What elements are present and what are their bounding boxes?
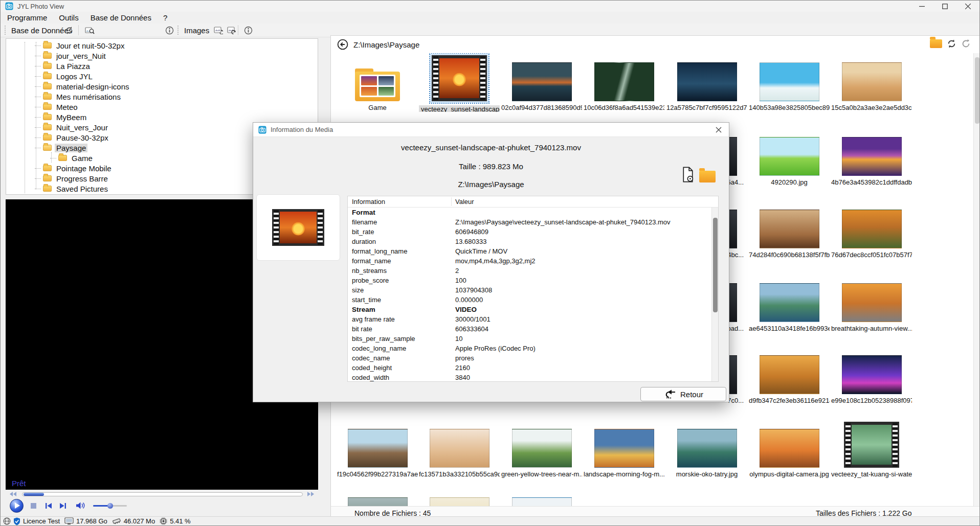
menu-item[interactable]: Programme — [2, 12, 52, 23]
thumbnail-item[interactable]: 4b76e3a453982c1ddffdadb... — [831, 128, 912, 187]
thumbnail-item[interactable]: f19c04562f99b227319a7aef7... — [337, 420, 418, 478]
tree-item[interactable]: MyBeem — [6, 112, 318, 122]
database-refresh-button[interactable] — [63, 24, 75, 37]
close-button[interactable] — [956, 1, 979, 12]
maximize-button[interactable] — [933, 1, 956, 12]
app-icon — [5, 2, 13, 10]
filmstrip-rail — [845, 423, 851, 467]
forward-icon[interactable] — [307, 492, 314, 496]
folder-icon — [43, 114, 52, 120]
tree-item[interactable]: Meteo — [6, 102, 318, 112]
info-table-row: start_time0.000000 — [348, 295, 718, 305]
seek-thumb[interactable] — [24, 493, 44, 496]
info-value: VIDEO — [451, 306, 477, 313]
play-button[interactable] — [10, 499, 24, 513]
thumbnail-item[interactable]: green-yellow-trees-near-m... — [501, 420, 583, 478]
folder-icon — [43, 186, 52, 192]
image-reload-button[interactable] — [212, 24, 225, 37]
photo-thumbnail — [760, 429, 819, 468]
thumbnail-item[interactable]: 4920290.jpg — [748, 128, 830, 187]
thumbnail-item[interactable]: breathtaking-autumn-view... — [831, 275, 912, 333]
browser-scrollbar[interactable] — [973, 53, 980, 506]
open-folder-icon[interactable] — [930, 39, 942, 48]
info-value: 606946809 — [451, 228, 488, 236]
rewind-icon[interactable] — [10, 492, 17, 496]
next-frame-button[interactable] — [59, 502, 67, 509]
thumbnail-item[interactable]: e99e108c12b05238988f097e... — [831, 347, 912, 405]
thumbnail-label: f19c04562f99b227319a7aef7... — [337, 470, 418, 478]
tree-connector — [35, 66, 41, 66]
filmstrip-rail — [480, 56, 485, 100]
browser-scrollbar-thumb[interactable] — [975, 57, 979, 124]
info-table-row: bits_per_raw_sample10 — [348, 334, 718, 344]
image-search-button[interactable] — [83, 24, 96, 37]
thumbnail-item[interactable]: ae6453110a3418fe16b993ef... — [748, 275, 830, 333]
thumbnail-item[interactable]: 15c5a0b2a3ae3e2ae5dd3c1... — [831, 54, 912, 112]
volume-fill — [93, 505, 108, 507]
volume-slider[interactable] — [93, 505, 127, 507]
tree-item[interactable]: Mes numérisations — [6, 92, 318, 102]
tree-item[interactable]: La Piazza — [6, 61, 318, 71]
volume-icon[interactable] — [75, 501, 86, 510]
thumbnail-item[interactable]: olympus-digital-camera.jpg — [748, 420, 830, 478]
tree-item-label: Logos JYL — [55, 72, 94, 81]
info-key: Format — [348, 209, 451, 216]
refresh-icon[interactable] — [947, 39, 956, 49]
thumbnail-item[interactable]: 10c06d36f8a6ad541539e236... — [583, 54, 665, 112]
tree-item[interactable]: jour_vers_Nuit — [6, 51, 318, 61]
filmstrip-rail — [433, 56, 438, 100]
thumbnail-label: landscape-morning-fog-m... — [584, 470, 664, 478]
open-location-folder-icon[interactable] — [699, 171, 716, 182]
photo-thumbnail — [760, 62, 819, 101]
thumbnail-item[interactable]: morskie-oko-tatry.jpg — [666, 420, 748, 478]
rotate-icon[interactable] — [961, 39, 971, 49]
thumbnail-item[interactable]: 74d284f0c690b68138f5f7fb6... — [748, 201, 830, 259]
table-scrollbar[interactable] — [711, 208, 718, 381]
filmstrip-image — [439, 58, 479, 98]
image-rotate-button[interactable] — [226, 24, 238, 37]
thumbnail-item[interactable]: d9fb347c2fe3eb36116e9214... — [748, 347, 830, 405]
thumbnail-item[interactable]: 02c0af94d377d81368590d9d... — [501, 54, 583, 112]
stop-button[interactable] — [31, 503, 36, 509]
table-scrollbar-thumb[interactable] — [713, 218, 718, 312]
database-info-button[interactable] — [163, 24, 175, 37]
minimize-button[interactable] — [910, 1, 933, 12]
info-value: 3840 — [451, 374, 470, 381]
volume-thumb[interactable] — [107, 503, 113, 509]
images-info-button[interactable] — [242, 24, 254, 37]
file-preview-icon[interactable] — [682, 167, 694, 182]
tree-item[interactable]: Jour et nuit-50-32px — [6, 40, 318, 51]
column-information: Information — [352, 198, 385, 205]
network-icon — [3, 517, 11, 525]
info-table-row: coded_height2160 — [348, 363, 718, 373]
retour-button[interactable]: Retour — [640, 387, 726, 401]
previous-frame-button[interactable] — [44, 502, 52, 509]
seek-track[interactable] — [22, 492, 303, 496]
tree-item-label: jour_vers_Nuit — [55, 52, 107, 60]
media-thumbnail — [272, 209, 324, 246]
tree-item[interactable]: material-design-icons — [6, 81, 318, 92]
thumbnail-item[interactable]: 140b53a98e3825805bec89e... — [748, 54, 830, 112]
folder-item[interactable]: Game — [337, 54, 418, 112]
player-status: Prêt — [12, 479, 26, 488]
menu-item[interactable]: ? — [158, 12, 172, 23]
menu-bar: ProgrammeOutilsBase de Données? — [1, 12, 979, 24]
thumbnail-item[interactable]: vecteezy_sunset-landscape-... — [418, 54, 500, 112]
licence-status: Licence Test — [23, 517, 60, 525]
thumbnail-item[interactable]: fc13571b3a332105b55ca9d4... — [418, 420, 500, 478]
dialog-close-button[interactable] — [708, 123, 729, 137]
menu-item[interactable]: Outils — [54, 12, 83, 23]
table-header: Information Valeur — [348, 196, 718, 208]
menu-item[interactable]: Base de Données — [85, 12, 157, 23]
dialog-title: Information du Media — [271, 126, 333, 133]
thumbnail-label: green-yellow-trees-near-m... — [501, 470, 582, 478]
filmstrip-image — [280, 212, 317, 243]
tree-item-label: Paysage — [55, 144, 87, 152]
tree-item[interactable]: Logos JYL — [6, 71, 318, 81]
tree-connector — [35, 86, 41, 87]
thumbnail-item[interactable]: landscape-morning-fog-m... — [583, 420, 665, 478]
thumbnail-item[interactable]: 76d67dec8ccf051fc07b57f7... — [831, 201, 912, 259]
thumbnail-item[interactable]: 12a5785c7bf7cf9595122d7b... — [666, 54, 748, 112]
back-icon[interactable] — [337, 39, 348, 50]
thumbnail-item[interactable]: vecteezy_tat-kuang-si-wate... — [831, 420, 912, 478]
